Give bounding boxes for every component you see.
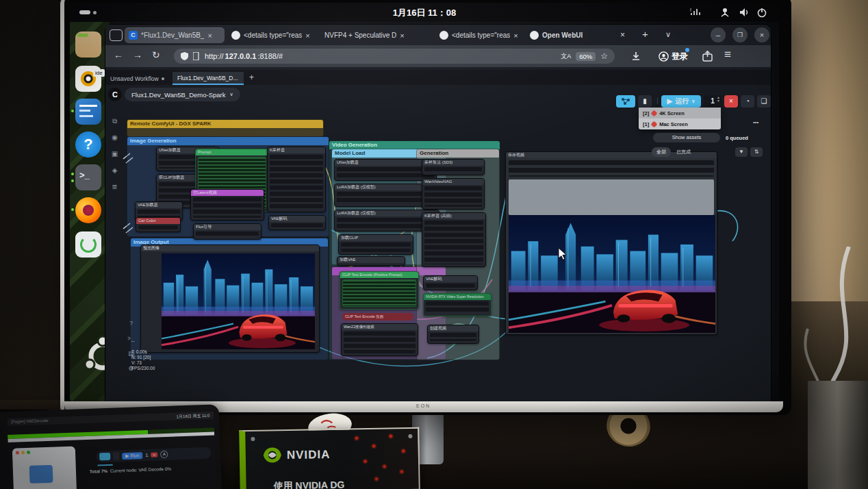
dock-files-icon[interactable] [75, 32, 101, 58]
group-title[interactable]: Image Generation [127, 137, 329, 145]
workspace-dot[interactable] [93, 11, 97, 14]
list-tabs-icon[interactable]: ∨ [665, 30, 671, 39]
cancel-button[interactable]: × [724, 95, 738, 108]
menu-icon[interactable]: ≡ [724, 48, 731, 62]
more-options[interactable]: ••• [753, 119, 758, 125]
node-ksampler[interactable]: K采样器 [267, 147, 326, 212]
dock-software-icon[interactable] [75, 231, 101, 258]
restore-button[interactable]: ❐ [732, 27, 748, 42]
dock-terminal-icon[interactable]: >_ [75, 164, 101, 190]
node-car-color[interactable]: Car Color [136, 217, 181, 232]
firefox-view-icon[interactable] [110, 29, 123, 41]
node-rtx-vsr[interactable]: NVIDIA RTX Video Super Resolution [423, 293, 492, 316]
tab-nvfp4[interactable]: NVFP4 + Speculative D × [320, 27, 433, 43]
node-widgets[interactable] [193, 197, 261, 218]
tab-comfyui[interactable]: C *Flux1.Dev_Wan5B_ × [125, 27, 225, 43]
group-title[interactable]: Generation [417, 149, 499, 158]
node-sampling-sd3[interactable]: 采样算法 (SD3) [422, 159, 485, 175]
workflow-tab-active[interactable]: Flux1.Dev_Wan5B_D... [173, 72, 244, 85]
prompt-textarea[interactable] [342, 279, 416, 307]
node-widgets[interactable] [270, 155, 323, 210]
forward-button[interactable]: → [133, 49, 142, 60]
node-vae-decode-video[interactable]: VAE解码 [423, 275, 478, 290]
network-warning-icon[interactable]: ! [690, 6, 702, 18]
new-tab-button[interactable]: + [642, 28, 648, 40]
tab-close-icon[interactable]: × [305, 32, 309, 40]
close-tab-icon[interactable]: × [620, 30, 625, 40]
sharing-icon[interactable] [719, 6, 731, 18]
node-save-video[interactable]: 保存视频 [505, 151, 717, 335]
tab-details-2[interactable]: <details type="reas × [435, 27, 523, 43]
show-assets-button[interactable]: Show assets [653, 133, 720, 142]
node-wan22-i2v[interactable]: Wan22图像到视频 [341, 323, 418, 356]
downloads-icon[interactable] [631, 51, 641, 61]
sidebar-workflows-icon[interactable]: ⧉ [110, 116, 119, 125]
workflow-tab-unsaved[interactable]: Unsaved Workflow [105, 72, 181, 85]
bookmark-star-icon[interactable]: ☆ [600, 51, 608, 61]
bookmark-button[interactable]: ▮ [638, 95, 652, 108]
volume-icon[interactable] [738, 6, 750, 18]
panel-toggle-button[interactable]: ❏ [757, 95, 771, 108]
comfyui-logo-button[interactable]: C [108, 88, 122, 101]
node-clip-positive[interactable]: CLIP Text Encode (Positive Prompt) [340, 271, 419, 310]
node-widgets[interactable] [509, 160, 714, 177]
tab-close-icon[interactable]: × [400, 32, 404, 40]
node-widgets[interactable] [196, 231, 259, 237]
node-preview-image[interactable]: 预览图像 [140, 244, 320, 353]
dock-libreoffice-icon[interactable] [75, 99, 101, 125]
sort-icon[interactable]: ⇅ [750, 147, 763, 157]
comfy-logo-button[interactable] [616, 95, 635, 108]
node-widgets[interactable] [426, 301, 489, 314]
node-widgets[interactable] [138, 225, 178, 229]
batch-count-stepper[interactable]: 1▲▼ [704, 95, 722, 108]
url-field[interactable]: http://127.0.0.1:8188/# 文A 60% ☆ [174, 49, 615, 64]
filter-icon[interactable]: ▼ [735, 147, 748, 157]
share-icon[interactable] [702, 51, 713, 62]
tab-close-icon[interactable]: × [513, 32, 518, 40]
clock[interactable]: 1月16日 11：08 [356, 7, 493, 19]
dock-firefox-icon[interactable] [75, 197, 101, 223]
node-ksampler-advanced[interactable]: K采样器 (高级) [422, 212, 486, 267]
sidebar-nodes-icon[interactable]: ◈ [110, 166, 119, 175]
node-widgets[interactable] [344, 331, 416, 353]
menu-item-mac[interactable]: [1] Mac Screen [639, 118, 721, 129]
tab-details-1[interactable]: <details type="reas × [227, 27, 318, 43]
filter-all-chip[interactable]: 全部 [652, 147, 671, 157]
sidebar-assets-icon[interactable]: ◉ [110, 133, 119, 142]
node-widgets[interactable] [424, 186, 482, 207]
status-completed[interactable]: 已完成 [676, 149, 691, 155]
node-widgets[interactable] [426, 284, 475, 288]
sidebar-queue-icon[interactable]: ≣ [110, 182, 119, 191]
tab-openwebui[interactable]: Open WebUI [526, 27, 601, 43]
group-title[interactable]: Remote ComfyUI - DGX SPARK [127, 120, 323, 128]
tab-close-icon[interactable]: × [207, 32, 212, 40]
workspace-indicator[interactable] [79, 10, 90, 14]
run-button[interactable]: ▶ 运行 ∨ [661, 95, 701, 108]
node-widgets[interactable] [430, 333, 476, 341]
zoom-badge[interactable]: 60% [576, 52, 596, 61]
node-widgets[interactable] [337, 167, 434, 178]
login-button[interactable]: 登录 [659, 49, 688, 64]
new-workflow-button[interactable]: + [249, 73, 254, 82]
node-wanvideo-nag[interactable]: WanVideoNAG [422, 178, 485, 210]
node-clip-negative-collapsed[interactable]: CLIP Text Encode 负面 [342, 313, 413, 321]
node-flux-guidance[interactable]: Flux引导 [193, 223, 261, 240]
close-window-button[interactable]: × [754, 27, 769, 42]
node-create-video[interactable]: 创建视频 [427, 325, 479, 344]
node-load-clip[interactable]: 加载CLIP [338, 234, 413, 255]
node-widgets[interactable] [424, 221, 483, 264]
menu-item-4k[interactable]: [2] 4K Screen [639, 108, 721, 118]
reload-button[interactable]: ↻ [152, 49, 160, 60]
sidebar-models-icon[interactable]: ▣ [110, 149, 119, 158]
minimize-button[interactable]: – [711, 27, 726, 42]
history-button[interactable]: ◔ [741, 95, 754, 108]
node-widgets[interactable] [271, 223, 323, 227]
node-widgets[interactable] [341, 242, 411, 252]
node-widgets[interactable] [424, 167, 482, 173]
node-vae-decode[interactable]: VAE解码 [268, 215, 326, 230]
workflow-dropdown[interactable]: Flux1.Dev_Wan5B_Demo-Spark ∨ [125, 88, 240, 101]
translate-icon[interactable]: 文A [561, 52, 571, 61]
node-load-vae[interactable]: 加载VAE [337, 256, 405, 266]
back-button[interactable]: ← [114, 49, 123, 60]
power-icon[interactable] [756, 6, 768, 18]
